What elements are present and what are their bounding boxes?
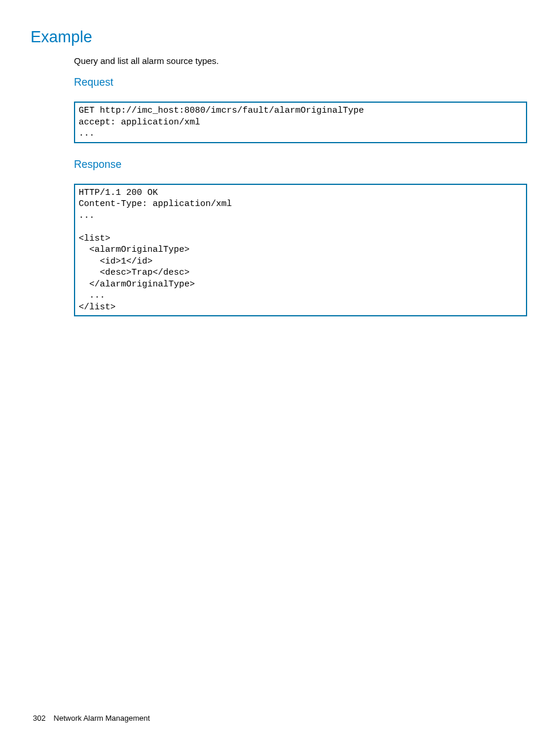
page-footer: 302 Network Alarm Management: [33, 714, 150, 723]
heading-example: Example: [31, 28, 527, 46]
request-code-block: GET http://imc_host:8080/imcrs/fault/ala…: [74, 102, 527, 143]
footer-section-title: Network Alarm Management: [53, 714, 150, 723]
response-code-block: HTTP/1.1 200 OK Content-Type: applicatio…: [74, 184, 527, 317]
heading-request: Request: [74, 76, 527, 89]
heading-response: Response: [74, 158, 527, 171]
intro-paragraph: Query and list all alarm source types.: [74, 56, 527, 66]
page-number: 302: [33, 714, 46, 723]
